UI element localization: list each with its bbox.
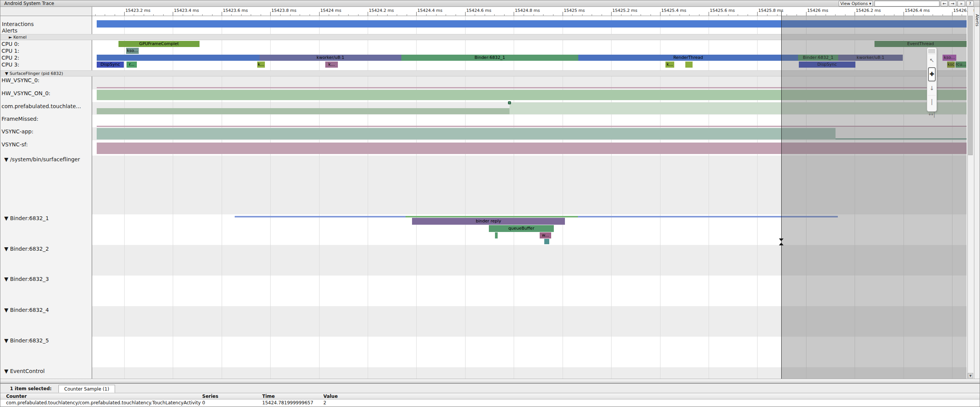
cell-value: 2: [323, 400, 326, 405]
sidebar-item-binder-6832-2[interactable]: ▼ Binder:6832_2: [4, 246, 49, 252]
sidebar-item-cpu-1[interactable]: CPU 1:: [2, 48, 19, 54]
slice-queuebuffer[interactable]: queueBuffer: [489, 225, 554, 232]
sidebar-item-cpu-2[interactable]: CPU 2:: [2, 55, 19, 61]
slice-kworker[interactable]: kworker/u8:1: [260, 55, 401, 61]
ruler-minor-tick: [543, 14, 544, 16]
ruler-tick-label: 15423.6 ms: [223, 8, 248, 13]
ruler-minor-tick: [651, 14, 651, 16]
slice-small-teal[interactable]: [544, 239, 549, 244]
panel-splitter[interactable]: [0, 379, 980, 384]
ruler-minor-tick: [913, 14, 913, 16]
ruler-minor-tick: [329, 14, 329, 16]
slice-renderthread-left[interactable]: [97, 55, 260, 61]
slice-binder-6832-1[interactable]: Binder:6832_1: [401, 55, 578, 61]
slice-kso[interactable]: kso...: [126, 48, 139, 54]
ruler-minor-tick: [202, 14, 203, 16]
sidebar-item-binder-6832-4[interactable]: ▼ Binder:6832_4: [4, 307, 49, 313]
counter-vsync-app[interactable]: [97, 128, 836, 139]
ruler-minor-tick: [310, 14, 310, 16]
ruler-minor-tick: [251, 14, 251, 16]
slice-k2[interactable]: k...: [325, 62, 338, 68]
ruler-tick-label: 15426.4 ms: [905, 8, 930, 13]
ruler-minor-tick: [572, 14, 573, 16]
sidebar-item-binder-6832-5[interactable]: ▼ Binder:6832_5: [4, 337, 49, 344]
pan-tool-icon[interactable]: ✚: [928, 67, 936, 81]
title-bar: Android System Trace View Options ▾ ← → …: [0, 0, 980, 7]
ruler-minor-tick: [456, 14, 456, 16]
sidebar-item-binder-6832-1[interactable]: ▼ Binder:6832_1: [4, 215, 49, 221]
sidebar-item-alerts[interactable]: Alerts: [2, 28, 18, 34]
nav-back-button[interactable]: ←: [941, 1, 948, 6]
slice-w[interactable]: w...: [540, 232, 551, 238]
ruler-minor-tick: [377, 14, 378, 16]
search-input[interactable]: [875, 1, 939, 6]
timing-tool-icon[interactable]: |↔|: [928, 95, 936, 108]
sidebar-item-eventcontrol[interactable]: ▼ EventControl: [4, 368, 45, 374]
selected-counter-sample-dot[interactable]: [508, 101, 511, 104]
slice-k3[interactable]: k...: [665, 62, 674, 68]
ruler-major-tick: [855, 12, 855, 16]
sidebar-item-hw-vsync-0[interactable]: HW_VSYNC_0:: [2, 77, 39, 83]
scrollbar-down-arrow-icon[interactable]: ▼: [968, 373, 973, 378]
palette-drag-handle-icon[interactable]: [928, 49, 935, 53]
sidebar-item-interactions[interactable]: Interactions: [2, 21, 34, 27]
ruler-minor-tick: [718, 14, 719, 16]
sidebar-item-surfaceflinger-bin[interactable]: ▼ /system/bin/surfaceflinger: [4, 156, 80, 162]
table-row[interactable]: com.prefabulated.touchlatency/com.prefab…: [0, 400, 980, 406]
alerts-side-panel[interactable]: [974, 7, 980, 379]
ruler-major-tick: [806, 12, 806, 16]
sidebar-item-cpu-0[interactable]: CPU 0:: [2, 41, 19, 47]
ruler-minor-tick: [485, 14, 485, 16]
counter-prefab-fill[interactable]: [97, 108, 509, 114]
slice-k1[interactable]: k...: [257, 62, 265, 68]
thread-state-running[interactable]: [406, 216, 578, 217]
slice-r[interactable]: r...: [127, 62, 137, 68]
ruler-minor-tick: [845, 14, 845, 16]
ruler-minor-tick: [212, 14, 213, 16]
sidebar-item-vsync-app[interactable]: VSYNC-app:: [2, 128, 33, 135]
zoom-tool-icon[interactable]: ↓: [928, 82, 936, 95]
ruler-minor-tick: [534, 14, 534, 16]
ruler-tick-label: 15424.8 ms: [515, 8, 540, 13]
slice-gpuframecomplet[interactable]: GPUFrameComplet: [118, 41, 200, 47]
ruler-minor-tick: [426, 14, 427, 16]
ruler-major-tick: [757, 12, 758, 16]
ruler-minor-tick: [153, 14, 154, 16]
nav-forward-button[interactable]: →: [949, 1, 956, 6]
slice-renderthread[interactable]: RenderThread: [578, 55, 798, 61]
sidebar-item-com-prefabulated[interactable]: com.prefabulated.touchlate...: [2, 103, 81, 109]
view-options-button[interactable]: View Options ▾: [839, 1, 873, 6]
ruler-minor-tick: [231, 14, 232, 16]
analysis-panel: 1 item selected: Counter Sample (1) Coun…: [0, 384, 980, 407]
vertical-scrollbar-thumb[interactable]: [968, 16, 973, 155]
sidebar-item-cpu-3[interactable]: CPU 3:: [2, 62, 19, 68]
sidebar-item-hw-vsync-on-0[interactable]: HW_VSYNC_ON_0:: [2, 90, 50, 96]
ruler-minor-tick: [835, 14, 836, 16]
slice-dispsync[interactable]: DispSync: [97, 62, 124, 68]
ruler-minor-tick: [105, 14, 105, 16]
slice-small-green[interactable]: [495, 232, 498, 238]
ruler-minor-tick: [241, 14, 242, 16]
analysis-table-header: Counter Series Time Value: [0, 393, 980, 399]
time-ruler[interactable]: 15423.2 ms15423.4 ms15423.6 ms15423.8 ms…: [92, 7, 967, 16]
alerts-side-panel-label[interactable]: Alerts: [975, 14, 980, 26]
tab-counter-sample[interactable]: Counter Sample (1): [58, 385, 115, 393]
sidebar-item-frame-missed[interactable]: FrameMissed:: [2, 116, 38, 122]
ruler-tick-label: 15423.4 ms: [174, 8, 199, 13]
select-tool-icon[interactable]: ↖: [928, 54, 936, 67]
ruler-tick-label: 15425.8 ms: [758, 8, 783, 13]
sidebar-item-vsync-sf[interactable]: VSYNC-sf:: [2, 141, 28, 148]
slice-binder-reply[interactable]: binder reply: [412, 218, 565, 225]
sidebar-item-binder-6832-3[interactable]: ▼ Binder:6832_3: [4, 276, 49, 282]
thread-state-runnable-1[interactable]: [235, 216, 406, 217]
time-marker-line[interactable]: [781, 11, 782, 379]
ruler-minor-tick: [641, 14, 641, 16]
ruler-major-tick: [124, 12, 125, 16]
nav-skip-button[interactable]: »: [957, 1, 965, 6]
ruler-major-tick: [173, 12, 173, 16]
ruler-minor-tick: [582, 14, 582, 16]
help-button[interactable]: ?: [966, 1, 974, 6]
ruler-major-tick: [368, 12, 368, 16]
slice-k4[interactable]: [685, 62, 693, 68]
ruler-minor-tick: [163, 14, 164, 16]
